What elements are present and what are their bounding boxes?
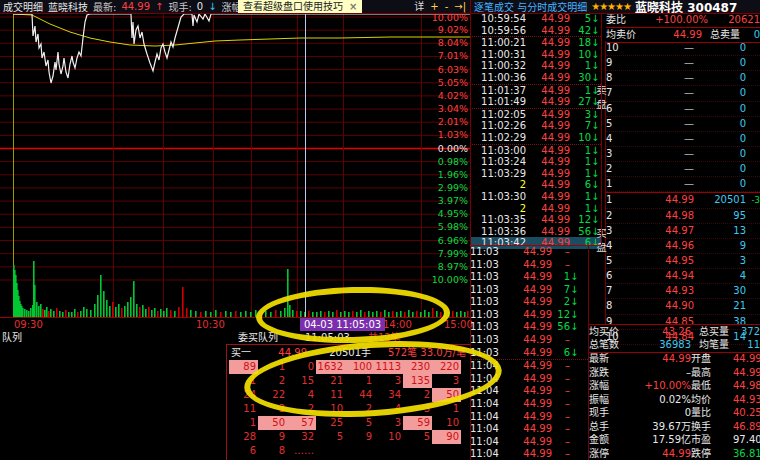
minute-trade-list[interactable]: 11:0344.99–11:0344.99–11:0344.991↓11:034… [470,246,588,460]
sell-level-row[interactable]: 7—0 [606,86,760,101]
queue-cell: 3 [374,416,403,430]
tick-row[interactable]: 11:03:0044.991↓ [470,144,601,157]
queue-cell: 5 [316,430,345,444]
timeshare-chart[interactable]: 10.00%9.02%8.04%7.01%6.03%5.05%4.02%3.04… [0,13,470,318]
tick-volume: 10 [570,132,591,144]
tick-row[interactable]: 11:00:3644.9930↓ [470,72,601,84]
minute-row[interactable]: 11:0444.99– [470,359,588,373]
stat-value: 40.25 [733,406,760,420]
down-arrow-icon: ↓ [208,1,216,12]
minute-row[interactable]: 11:0344.997↓ [470,284,588,297]
tick-row[interactable]: 244.991↓ [470,203,601,215]
tick-row[interactable]: 11:00:2144.9918↓ [470,36,601,49]
zoom-out-button[interactable]: - [445,0,449,13]
minute-row[interactable]: 11:0444.99– [470,436,588,449]
tooltip[interactable]: 查看超级盘口使用技巧 × [238,0,362,13]
sell-level-row[interactable]: 3—0 [606,147,760,162]
sell-level-row[interactable]: 9—0 [606,56,760,71]
queue-cell: 1632 [316,360,345,374]
buy-level-row[interactable]: 844.9021 [606,299,760,314]
tick-row[interactable]: 11:01:3744.991↓ [470,84,601,97]
minute-row[interactable]: 11:0344.991↓ [470,271,588,284]
buy-level-row[interactable]: 744.9330 [606,284,760,299]
level-number: 10 [606,41,624,55]
sell-level-row[interactable]: 8—0 [606,71,760,86]
minute-row[interactable]: 11:0444.99– [470,398,588,411]
queue-cell: 25 [316,416,345,430]
zoom-in-button[interactable]: + [430,0,438,13]
tick-row[interactable]: 11:02:2944.9910↓ [470,132,601,144]
tick-price: 44.99 [526,203,570,215]
buy-level-row[interactable]: 644.944 [606,269,760,284]
tick-time: 11:02:26 [470,120,526,132]
stat-row: 涨幅+10.00%最低44.98 [589,379,760,393]
minute-row[interactable]: 11:0444.99– [470,385,588,398]
detail-button[interactable]: 详 [414,0,424,13]
level-quantity: 0 [694,56,746,70]
chart-canvas[interactable] [0,13,470,318]
minute-row[interactable]: 11:0344.9956↓ [470,321,588,334]
sell-level-row[interactable]: 5—0 [606,117,760,132]
tick-by-tick-list[interactable]: 10:59:5444.995↓10:59:5644.9942↓11:00:214… [470,13,601,245]
minute-row[interactable]: 11:0344.99– [470,259,588,272]
sell-level-row[interactable]: 2—0 [606,162,760,177]
minute-time: 11:03 [470,246,502,259]
app-window: 成交明细 蓝晓科技 最新: 44.99 ↑ 现手: 0 ↓ 涨幅: +10.00… [0,0,760,460]
sell-level-row[interactable]: 1—0 [606,177,760,192]
weibi-row: 委比 +100.00% 20621 [606,13,760,28]
tick-panel-header: 逐笔成交 与分时成交明细 ★★★★★ 蓝晓科技 300487 [470,0,760,13]
stat-value: 17.59亿 [631,433,691,447]
tick-row[interactable]: 11:03:3644.9956↓ [470,226,601,238]
down-arrow-icon [570,334,584,347]
minute-price: 44.99 [502,411,552,424]
jump-end-button[interactable]: →| [454,0,466,13]
queue-cell: 89 [229,360,258,374]
down-arrow-icon: ↓ [570,296,584,309]
minute-row[interactable]: 11:0344.996↓ [470,347,588,360]
queue-row: 68…… [227,444,470,458]
tick-row[interactable]: 11:01:4944.9927↓ [470,96,601,108]
sell-level-row[interactable]: 6—0 [606,102,760,117]
tick-row[interactable]: 10:59:5444.995↓ [470,13,601,25]
tick-row[interactable]: 11:03:2944.991↓ [470,168,601,180]
tick-row[interactable]: 244.996↓ [470,179,601,191]
time-tick-label: 14:00 [383,319,412,330]
minute-row[interactable]: 11:0444.99– [470,373,588,386]
buy-level-row[interactable]: 444.969 [606,239,760,254]
price-levels: 10—09—08—07—06—05—04—03—02—01—0144.99205… [606,41,760,324]
buy-level-row[interactable]: 244.9895 [606,209,760,224]
minute-volume: – [552,373,570,386]
minute-row[interactable]: 11:0444.99– [470,423,588,436]
minute-row[interactable]: 11:0444.99– [470,448,588,460]
close-icon[interactable]: × [349,0,357,13]
minute-row[interactable]: 11:0344.9912↓ [470,309,588,322]
queue-cell: 2 [345,402,374,416]
buy-level-row[interactable]: 544.953 [606,254,760,269]
tick-row[interactable]: 11:00:3244.991↓ [470,60,601,72]
tick-row[interactable]: 11:02:0544.993↓ [470,108,601,121]
tick-time: 11:00:21 [470,37,526,49]
level-number: 1 [606,177,624,191]
queue-row: 121521131353 [227,374,470,388]
weibi-value: +100.00% [636,13,708,27]
tick-row[interactable]: 11:03:2444.991↓ [470,156,601,168]
tick-row[interactable]: 11:02:2644.997↓ [470,120,601,132]
tick-row[interactable]: 10:59:5644.9942↓ [470,25,601,37]
buy-level-row[interactable]: 344.9713 [606,224,760,239]
tick-row[interactable]: 11:00:3144.9910↓ [470,49,601,61]
buy-level-row[interactable]: 144.9920501-3 [606,192,760,208]
sell-level-row[interactable]: 4—0 [606,132,760,147]
level-extra [746,162,760,176]
minute-row[interactable]: 11:0344.99– [470,334,588,347]
tick-row[interactable]: 11:03:3044.991↓ [470,191,601,203]
minute-row[interactable]: 11:0444.99– [470,411,588,424]
tick-time: 10:59:56 [470,25,526,37]
minute-row[interactable]: 11:0344.99– [470,246,588,259]
avg-sell-value: 44.99 [650,28,702,42]
down-arrow-icon [570,360,584,373]
sell-level-row[interactable]: 10—0 [606,41,760,56]
level-extra [746,147,760,161]
stat-value: 44.99 [733,352,760,366]
tick-row[interactable]: 11:03:3544.9912↓ [470,214,601,226]
minute-row[interactable]: 11:0344.992↓ [470,296,588,309]
